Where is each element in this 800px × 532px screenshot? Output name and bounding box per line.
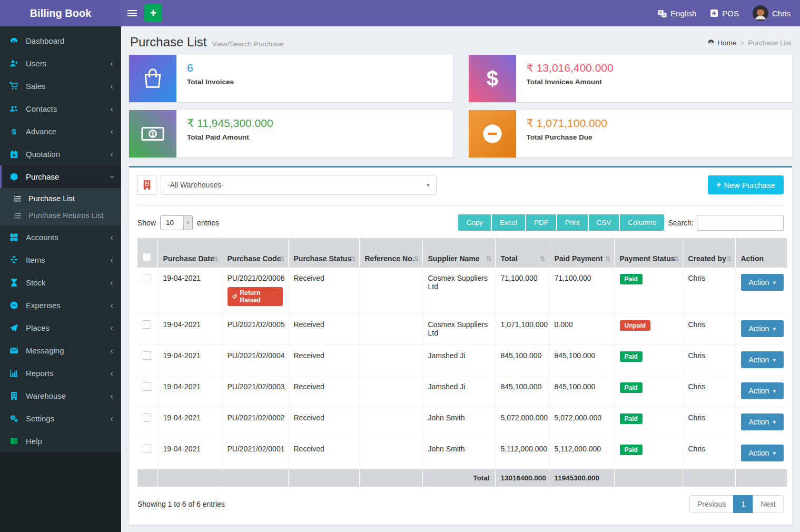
row-checkbox[interactable] [143,351,151,360]
sidebar-toggle-icon[interactable] [127,13,137,14]
language-menu[interactable]: Aa English [658,9,696,18]
column-header-created-by[interactable]: Created by⇅ [683,238,735,268]
stat-label: Total Invoices [187,78,234,86]
chevron-left-icon: ‹ [110,106,113,112]
user-label: Chris [772,9,791,18]
page-length-select[interactable]: 10 ˅ [160,215,193,230]
user-menu[interactable]: Chris [753,5,791,21]
payment-status-badge: Paid [620,382,643,393]
sidebar-item-messaging[interactable]: Messaging‹ [0,339,121,362]
action-button[interactable]: Action▾ [741,274,784,291]
sidebar-item-contacts[interactable]: Contacts‹ [0,97,121,120]
stat-value: ₹ 13,016,400.000 [527,62,614,74]
column-header-total[interactable]: Total⇅ [495,238,549,268]
sidebar-item-label: Purchase [26,172,110,181]
new-purchase-button[interactable]: + New Purchase [708,175,784,194]
columns-export-button[interactable]: Columns [620,214,664,231]
action-button[interactable]: Action▾ [741,382,784,399]
column-header-reference-no-[interactable]: Reference No.⇅ [359,238,422,268]
pdf-export-button[interactable]: PDF [526,214,556,231]
sidebar-subitem-purchase-returns-list[interactable]: Purchase Returns List [0,207,121,224]
sidebar-item-label: Users [26,59,110,68]
previous-page-button[interactable]: Previous [689,495,734,513]
page-1-button[interactable]: 1 [733,495,753,513]
top-navbar: Billing Book + Aa English POS Chris [0,0,800,26]
sort-icon[interactable]: ⇅ [726,255,732,263]
quick-add-button[interactable]: + [144,4,162,22]
calendar-plus-icon [9,150,21,159]
sort-icon[interactable]: ⇅ [413,255,419,263]
column-header-purchase-date[interactable]: Purchase Date⇅ [157,238,222,268]
total-cell: 1,071,100.000 [495,314,549,345]
csv-export-button[interactable]: CSV [589,214,619,231]
column-header-payment-status[interactable]: Payment Status⇅ [614,238,683,268]
payment-status-badge: Unpaid [620,320,651,331]
row-checkbox[interactable] [143,274,151,282]
sort-icon[interactable]: ⇅ [486,255,492,263]
column-header-paid-payment[interactable]: Paid Payment⇅ [549,238,614,268]
column-header-action: Action [735,238,787,268]
column-header-supplier-name[interactable]: Supplier Name⇅ [422,238,495,268]
sort-icon[interactable]: ⇅ [540,255,546,263]
chevron-left-icon: ‹ [110,371,113,376]
action-button[interactable]: Action▾ [741,445,784,461]
row-checkbox[interactable] [143,320,151,329]
breadcrumb-separator: > [740,39,744,47]
sidebar-item-items[interactable]: Items‹ [0,249,121,271]
purchase-status-cell: Received [288,268,359,314]
copy-export-button[interactable]: Copy [458,214,491,231]
sidebar-item-accounts[interactable]: Accounts‹ [0,226,121,249]
chevron-left-icon: ‹ [110,84,113,89]
next-page-button[interactable]: Next [753,495,784,513]
excel-export-button[interactable]: Excel [492,214,525,231]
purchase-date-cell: 19-04-2021 [157,407,222,438]
column-header-purchase-code[interactable]: Purchase Code⇅ [222,238,288,268]
row-checkbox[interactable] [143,382,151,391]
sort-icon[interactable]: ⇅ [279,255,285,263]
column-header-purchase-status[interactable]: Purchase Status⇅ [288,238,359,268]
sort-icon[interactable]: ⇅ [213,255,219,263]
sort-icon[interactable]: ⇅ [674,255,679,263]
pos-button[interactable]: POS [710,9,739,18]
envelope-icon [9,346,21,355]
sidebar-item-help[interactable]: Help [0,430,121,452]
paid-payment-cell: 845,100.000 [549,345,614,376]
sidebar-item-dashboard[interactable]: Dashboard [0,29,121,52]
language-icon: Aa [658,9,667,18]
select-all-checkbox[interactable] [143,253,151,261]
sidebar-item-settings[interactable]: Settings‹ [0,407,121,430]
print-export-button[interactable]: Print [557,214,588,231]
divider [137,205,784,206]
sidebar-item-advance[interactable]: $Advance‹ [0,120,121,143]
sidebar-item-places[interactable]: Places‹ [0,317,121,339]
row-checkbox[interactable] [143,413,151,422]
minus-circle-icon [9,301,21,310]
sidebar-item-expenses[interactable]: Expenses‹ [0,294,121,317]
sidebar-item-quotation[interactable]: Quotation‹ [0,143,121,165]
svg-text:$: $ [12,127,16,136]
sidebar-item-reports[interactable]: Reports‹ [0,362,121,385]
sort-icon[interactable]: ⇅ [605,255,611,263]
sidebar-item-stock[interactable]: Stock‹ [0,271,121,294]
sidebar-item-sales[interactable]: Sales‹ [0,75,121,97]
sidebar-subitem-purchase-list[interactable]: Purchase List [0,190,121,207]
breadcrumb-home-link[interactable]: Home [707,38,736,47]
pos-label: POS [722,9,739,18]
sidebar-item-label: Expenses [26,301,110,310]
payment-status-badge: Paid [620,413,643,424]
sidebar-item-warehouse[interactable]: Warehouse‹ [0,385,121,407]
sort-icon[interactable]: ⇅ [350,255,356,263]
return-raised-badge[interactable]: ↺Return Raised [228,287,283,306]
reference-no-cell [359,407,422,438]
app-brand[interactable]: Billing Book [0,0,121,26]
search-input[interactable] [697,215,784,231]
action-button[interactable]: Action▾ [741,351,784,368]
row-checkbox[interactable] [143,445,151,453]
plus-square-icon [710,9,718,17]
action-button[interactable]: Action▾ [741,413,784,430]
warehouse-filter-select[interactable]: -All Warehouses- ▾ [161,175,437,195]
action-button[interactable]: Action▾ [741,320,784,337]
sidebar-item-purchase[interactable]: Purchase‹ [0,165,121,188]
sidebar-item-users[interactable]: Users‹ [0,52,121,75]
action-cell: Action▾ [735,314,787,345]
